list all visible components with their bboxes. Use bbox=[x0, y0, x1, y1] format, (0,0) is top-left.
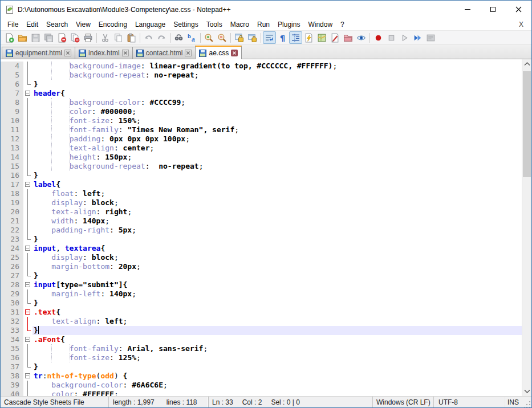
code-text[interactable]: input[type="submit"]{ bbox=[33, 280, 522, 289]
fold-margin[interactable] bbox=[23, 317, 33, 326]
menu-file[interactable]: File bbox=[3, 19, 22, 30]
code-text[interactable]: float: left; bbox=[33, 189, 522, 198]
save-button[interactable] bbox=[29, 31, 42, 44]
code-text[interactable]: tr:nth-of-type(odd) { bbox=[33, 372, 522, 381]
scroll-down-arrow-icon[interactable] bbox=[522, 386, 531, 396]
close-tab-icon[interactable] bbox=[64, 50, 71, 56]
line-number[interactable]: 27 bbox=[1, 271, 23, 280]
macro-save-button[interactable] bbox=[424, 31, 437, 44]
menu-tools[interactable]: Tools bbox=[202, 19, 226, 30]
fold-margin[interactable] bbox=[23, 308, 33, 317]
fold-margin[interactable] bbox=[23, 153, 33, 162]
menu-view[interactable]: View bbox=[72, 19, 95, 30]
line-number[interactable]: 7 bbox=[1, 89, 23, 98]
line-number[interactable]: 11 bbox=[1, 125, 23, 134]
line-number[interactable]: 15 bbox=[1, 162, 23, 171]
code-text[interactable]: margin-bottom: 20px; bbox=[33, 262, 522, 271]
line-number[interactable]: 8 bbox=[1, 98, 23, 107]
line-number[interactable]: 33 bbox=[1, 326, 23, 335]
fold-margin[interactable] bbox=[23, 335, 33, 344]
fold-margin[interactable] bbox=[23, 271, 33, 280]
scroll-up-arrow-icon[interactable] bbox=[522, 59, 531, 69]
menu-search[interactable]: Search bbox=[42, 19, 72, 30]
editor-area[interactable]: 4 background-image: linear-gradient(to t… bbox=[1, 59, 531, 396]
fold-margin[interactable] bbox=[23, 262, 33, 271]
menu-plugins[interactable]: Plugins bbox=[274, 19, 304, 30]
fold-margin[interactable] bbox=[23, 80, 33, 89]
line-number[interactable]: 19 bbox=[1, 198, 23, 207]
fold-margin[interactable] bbox=[23, 390, 33, 396]
code-text[interactable]: display: block; bbox=[33, 253, 522, 262]
line-number[interactable]: 32 bbox=[1, 317, 23, 326]
code-text[interactable]: } bbox=[33, 271, 522, 280]
line-number[interactable]: 25 bbox=[1, 253, 23, 262]
line-number[interactable]: 23 bbox=[1, 235, 23, 244]
line-number[interactable]: 37 bbox=[1, 362, 23, 372]
cut-button[interactable] bbox=[99, 31, 112, 44]
fold-collapse-icon[interactable] bbox=[25, 337, 30, 342]
fold-margin[interactable] bbox=[23, 89, 33, 98]
line-number[interactable]: 13 bbox=[1, 144, 23, 153]
code-text[interactable]: } bbox=[33, 235, 522, 244]
code-text[interactable]: font-size: 150%; bbox=[33, 116, 522, 125]
fold-margin[interactable] bbox=[23, 226, 33, 235]
tab-equipment.html[interactable]: equipment.html bbox=[2, 47, 75, 59]
replace-button[interactable]: ba bbox=[185, 31, 198, 44]
close-tab-icon[interactable] bbox=[231, 50, 238, 56]
zoom-out-button[interactable] bbox=[216, 31, 229, 44]
status-encoding[interactable]: UTF-8 bbox=[434, 397, 505, 407]
close-all-button[interactable] bbox=[68, 31, 82, 44]
line-number[interactable]: 4 bbox=[1, 62, 23, 71]
macro-record-button[interactable] bbox=[372, 31, 385, 44]
menu-encoding[interactable]: Encoding bbox=[95, 19, 131, 30]
code-text[interactable]: display: block; bbox=[33, 198, 522, 207]
line-number[interactable]: 10 bbox=[1, 116, 23, 125]
code-text[interactable]: background-color: #CCCC99; bbox=[33, 98, 522, 107]
fold-collapse-icon[interactable] bbox=[25, 282, 30, 287]
new-file-button[interactable] bbox=[3, 31, 16, 44]
close-button[interactable] bbox=[55, 31, 68, 44]
code-text[interactable]: background-image: linear-gradient(to top… bbox=[33, 62, 522, 71]
code-text[interactable]: label{ bbox=[33, 180, 522, 189]
indent-guide-button[interactable] bbox=[289, 31, 302, 44]
close-tab-icon[interactable] bbox=[185, 50, 192, 56]
fold-margin[interactable] bbox=[23, 189, 33, 198]
line-number[interactable]: 21 bbox=[1, 217, 23, 226]
line-number[interactable]: 24 bbox=[1, 244, 23, 253]
copy-button[interactable] bbox=[112, 31, 125, 44]
fold-collapse-icon[interactable] bbox=[25, 182, 30, 187]
fold-margin[interactable] bbox=[23, 207, 33, 217]
menu-close-document-x[interactable]: X bbox=[519, 21, 531, 28]
paste-button[interactable] bbox=[125, 31, 138, 44]
menu-macro[interactable]: Macro bbox=[226, 19, 253, 30]
line-number[interactable]: 35 bbox=[1, 344, 23, 353]
fold-margin[interactable] bbox=[23, 217, 33, 226]
line-number[interactable]: 16 bbox=[1, 171, 23, 180]
fold-margin[interactable] bbox=[23, 98, 33, 107]
fold-margin[interactable] bbox=[23, 198, 33, 207]
fold-margin[interactable] bbox=[23, 134, 33, 144]
line-number[interactable]: 28 bbox=[1, 280, 23, 289]
fold-margin[interactable] bbox=[23, 62, 33, 71]
code-text[interactable]: font-family: Arial, sans-serif; bbox=[33, 344, 522, 353]
code-text[interactable]: padding-right: 5px; bbox=[33, 226, 522, 235]
minimize-button[interactable] bbox=[454, 1, 480, 18]
line-number[interactable]: 31 bbox=[1, 308, 23, 317]
line-number[interactable]: 40 bbox=[1, 390, 23, 396]
tab-contact.html[interactable]: contact.html bbox=[132, 47, 196, 59]
line-number[interactable]: 22 bbox=[1, 226, 23, 235]
open-file-button[interactable] bbox=[16, 31, 29, 44]
macro-run-multiple-button[interactable] bbox=[411, 31, 424, 44]
menu-edit[interactable]: Edit bbox=[22, 19, 42, 30]
fold-margin[interactable] bbox=[23, 344, 33, 353]
zoom-in-button[interactable] bbox=[202, 31, 216, 44]
code-text[interactable]: } bbox=[33, 80, 522, 89]
close-button[interactable] bbox=[506, 1, 531, 18]
fold-margin[interactable] bbox=[23, 362, 33, 372]
line-number[interactable]: 17 bbox=[1, 180, 23, 189]
menu-help[interactable]: ? bbox=[336, 19, 348, 30]
fold-margin[interactable] bbox=[23, 280, 33, 289]
fold-margin[interactable] bbox=[23, 235, 33, 244]
line-number[interactable]: 29 bbox=[1, 289, 23, 299]
fold-margin[interactable] bbox=[23, 289, 33, 299]
